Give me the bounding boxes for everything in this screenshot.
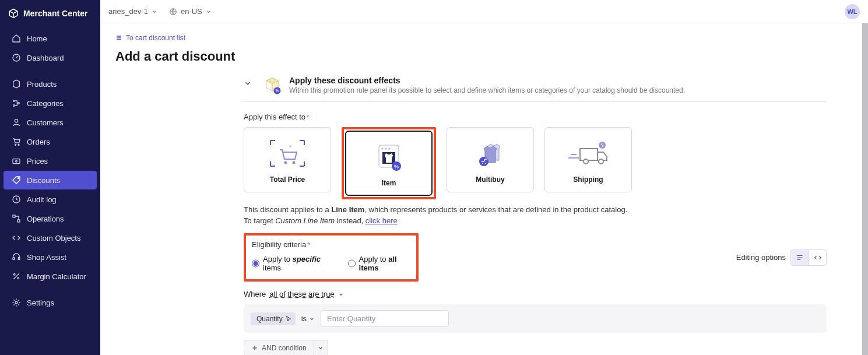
sidebar-item-label: Margin Calculator xyxy=(27,272,86,281)
panel-title: Apply these discount effects xyxy=(289,76,685,85)
gear-icon xyxy=(12,298,21,307)
truck-icon xyxy=(565,136,612,171)
sidebar-item-dashboard[interactable]: Dashboard xyxy=(3,48,97,67)
shirts-icon xyxy=(467,136,514,171)
and-label: AND condition xyxy=(262,344,307,352)
tree-icon xyxy=(12,99,21,108)
card-item[interactable]: % Item xyxy=(345,131,433,196)
collapse-toggle[interactable] xyxy=(244,76,255,87)
sidebar-item-shop-assist[interactable]: Shop Assist xyxy=(3,248,97,266)
radio-all-input[interactable] xyxy=(348,259,356,268)
svg-rect-14 xyxy=(18,258,20,260)
sidebar-item-home[interactable]: Home xyxy=(3,29,97,48)
card-shipping[interactable]: Shipping xyxy=(544,127,632,192)
svg-text:%: % xyxy=(275,89,279,93)
svg-point-35 xyxy=(584,159,588,164)
card-label: Item xyxy=(382,179,396,187)
editing-options-label: Editing options xyxy=(736,253,786,262)
svg-point-25 xyxy=(382,148,384,150)
card-total-price[interactable]: Total Price xyxy=(244,127,331,192)
cursor-icon xyxy=(285,315,292,322)
svg-rect-13 xyxy=(13,258,15,260)
editing-mode-code[interactable] xyxy=(809,250,826,265)
breadcrumb[interactable]: To cart discount list xyxy=(115,34,847,42)
radio-specific-input[interactable] xyxy=(252,259,259,268)
sidebar-item-label: Operations xyxy=(27,215,64,223)
sidebar-item-label: Products xyxy=(27,80,57,89)
person-icon xyxy=(12,118,21,127)
avatar-initials: WL xyxy=(847,8,857,15)
chip-label: Quantity xyxy=(256,315,283,323)
svg-point-1 xyxy=(13,100,15,102)
svg-point-21 xyxy=(284,161,287,164)
chevron-down-icon xyxy=(309,316,315,322)
radio-all-items[interactable]: Apply to all items xyxy=(348,255,410,272)
and-condition-dropdown[interactable] xyxy=(314,340,328,355)
sidebar-item-orders[interactable]: Orders xyxy=(3,132,97,151)
locale-name: en-US xyxy=(181,7,202,16)
sidebar-item-label: Discounts xyxy=(27,176,60,185)
editing-mode-visual[interactable] xyxy=(791,250,809,265)
card-multibuy[interactable]: Multibuy xyxy=(447,127,534,192)
breadcrumb-text: To cart discount list xyxy=(126,34,185,42)
chevron-down-icon[interactable] xyxy=(338,291,344,297)
quantity-input[interactable] xyxy=(321,310,449,327)
sidebar-item-products[interactable]: Products xyxy=(3,75,97,93)
percent-icon xyxy=(12,272,21,281)
panel-subtitle: Within this promotion rule panel its pos… xyxy=(289,86,685,94)
svg-point-33 xyxy=(485,163,486,164)
and-condition-button[interactable]: AND condition xyxy=(244,340,314,355)
sidebar-item-categories[interactable]: Categories xyxy=(3,94,97,113)
sidebar-item-audit[interactable]: Audit log xyxy=(3,190,97,209)
sidebar-item-label: Customers xyxy=(27,118,64,127)
eligibility-label: Eligibility criteria xyxy=(252,240,410,249)
locale-selector[interactable]: en-US xyxy=(169,7,212,16)
discount-applies-text: This discount applies to a Line Item, wh… xyxy=(244,205,827,214)
svg-point-36 xyxy=(599,159,603,164)
sidebar-item-label: Categories xyxy=(27,99,64,108)
page-title: Add a cart discount xyxy=(115,49,847,64)
svg-point-2 xyxy=(13,105,15,107)
svg-rect-7 xyxy=(13,159,20,164)
plus-icon xyxy=(251,345,258,352)
flow-icon xyxy=(12,214,21,223)
avatar[interactable]: WL xyxy=(845,4,860,19)
sidebar-item-discounts[interactable]: Discounts xyxy=(3,171,97,189)
sidebar-item-prices[interactable]: Prices xyxy=(3,152,97,170)
chevron-down-icon xyxy=(152,9,157,15)
svg-point-6 xyxy=(18,144,19,145)
cart-icon xyxy=(12,137,21,146)
sidebar-item-settings[interactable]: Settings xyxy=(3,293,97,312)
where-all-toggle[interactable]: all of these are true xyxy=(269,290,334,298)
box-icon xyxy=(8,8,19,19)
svg-point-16 xyxy=(17,277,19,279)
sidebar-item-operations[interactable]: Operations xyxy=(3,209,97,228)
cube-icon xyxy=(12,79,21,89)
svg-rect-34 xyxy=(580,149,598,160)
home-icon xyxy=(12,34,21,43)
target-custom-text: To target Custom Line Item instead, clic… xyxy=(244,216,827,225)
price-icon xyxy=(12,156,21,166)
project-selector[interactable]: aries_dev-1 xyxy=(108,7,157,16)
svg-text:%: % xyxy=(394,164,399,170)
sidebar-item-label: Audit log xyxy=(27,195,57,204)
svg-point-15 xyxy=(13,273,15,275)
radio-label: Apply to all items xyxy=(359,255,410,272)
operator-label: is xyxy=(301,314,307,323)
sidebar: Merchant Center Home Dashboard Products … xyxy=(0,0,100,355)
headset-icon xyxy=(12,252,21,262)
sidebar-item-label: Home xyxy=(27,34,47,43)
chevron-down-icon xyxy=(206,9,212,15)
sidebar-item-customers[interactable]: Customers xyxy=(3,113,97,132)
quantity-chip[interactable]: Quantity xyxy=(251,312,296,325)
sidebar-item-custom-objects[interactable]: Custom Objects xyxy=(3,229,97,247)
svg-point-32 xyxy=(482,163,483,164)
condition-row: Quantity is xyxy=(244,304,827,333)
svg-point-4 xyxy=(15,119,17,122)
operator-select[interactable]: is xyxy=(301,314,315,323)
app-logo[interactable]: Merchant Center xyxy=(0,5,100,29)
radio-specific-items[interactable]: Apply to specific items xyxy=(252,255,331,272)
sidebar-item-margin-calc[interactable]: Margin Calculator xyxy=(3,267,97,286)
click-here-link[interactable]: click here xyxy=(366,216,398,225)
box-percent-icon: % xyxy=(262,76,282,96)
